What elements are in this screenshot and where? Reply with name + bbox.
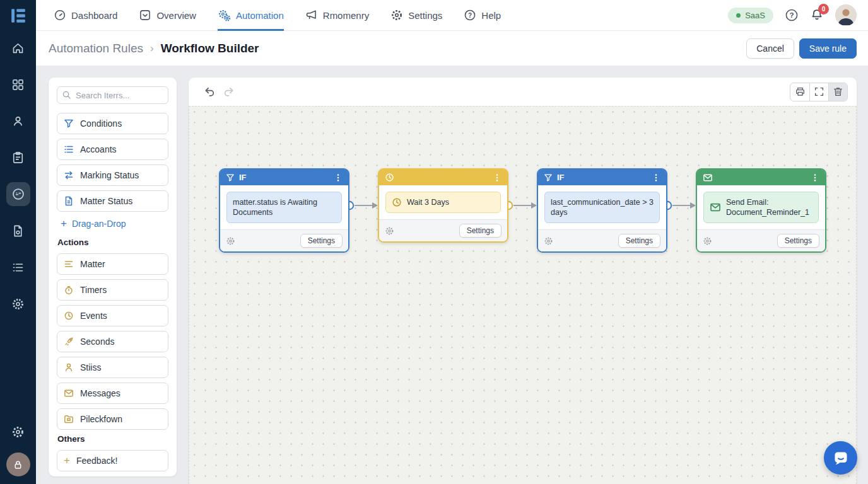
nav-item-settings[interactable]: Settings xyxy=(390,0,442,31)
nav-label-overview: Overview xyxy=(156,10,196,21)
palette-item-events[interactable]: Events xyxy=(57,305,168,326)
chat-launcher-button[interactable] xyxy=(824,441,857,475)
palette-item-conditions[interactable]: Conditions xyxy=(57,113,168,134)
notifications-button[interactable]: 0 xyxy=(810,8,824,22)
workflow-node-condition-1[interactable]: IF matter.status is Awaiting Documents S… xyxy=(219,168,349,253)
palette-item-matter[interactable]: Matter xyxy=(57,253,168,275)
envelope-icon xyxy=(64,388,74,398)
sidebar-item-settings[interactable] xyxy=(6,420,30,444)
palette-item-label: Matter Status xyxy=(80,196,132,206)
palette-item-accoants[interactable]: Accoants xyxy=(57,139,168,160)
connector-layer xyxy=(189,107,857,484)
palette-item-stiiss[interactable]: Stiiss xyxy=(57,357,168,378)
workflow-node-wait[interactable]: Wait 3 Days Settings xyxy=(378,168,508,243)
delete-button[interactable] xyxy=(828,83,847,101)
nav-item-overview[interactable]: Overview xyxy=(139,0,196,31)
automation-gears-icon xyxy=(218,9,231,22)
workflow-node-condition-2[interactable]: IF last_communication_date > 3 days Sett… xyxy=(537,168,667,253)
node-email-config[interactable]: Send Email: Document_Reminder_1 xyxy=(703,192,819,223)
funnel-icon xyxy=(544,173,553,182)
palette-item-label: Messages xyxy=(80,388,120,398)
clock-icon xyxy=(64,311,74,321)
clock-icon xyxy=(385,173,394,182)
notification-count-badge: 0 xyxy=(818,4,829,14)
help-circle-icon: ? xyxy=(785,8,799,22)
node-condition-expression[interactable]: matter.status is Awaiting Documents xyxy=(226,192,342,223)
palette-item-marking-status[interactable]: Marking Status xyxy=(57,164,168,186)
breadcrumb-parent[interactable]: Automation Rules xyxy=(49,42,143,55)
plus-icon: + xyxy=(61,218,67,229)
node-gear-icon[interactable] xyxy=(385,226,394,236)
redo-button[interactable] xyxy=(219,83,238,101)
block-palette: Conditions Accoants Marking Status Matte… xyxy=(49,78,177,476)
automation-icon xyxy=(11,187,25,201)
search-input[interactable] xyxy=(57,86,168,104)
nav-item-dashboard[interactable]: Dashboard xyxy=(54,0,117,31)
cancel-button[interactable]: Cancel xyxy=(746,38,794,59)
palette-item-label: Seconds xyxy=(80,337,114,347)
node-gear-icon[interactable] xyxy=(226,236,235,246)
drag-and-drop-link[interactable]: + Drag-an-Drop xyxy=(61,218,168,229)
envelope-icon xyxy=(710,202,721,213)
user-avatar[interactable] xyxy=(835,4,857,26)
users-icon xyxy=(11,115,25,128)
node-gear-icon[interactable] xyxy=(703,236,712,246)
node-wait-config[interactable]: Wait 3 Days xyxy=(385,192,501,213)
plus-icon: + xyxy=(64,454,70,467)
overview-box-icon xyxy=(139,9,151,21)
rocket-icon xyxy=(64,337,74,347)
palette-item-feedback[interactable]: + Feedback! xyxy=(57,450,168,471)
gear-icon xyxy=(544,236,553,246)
node-gear-icon[interactable] xyxy=(544,236,553,246)
funnel-icon xyxy=(64,118,74,129)
canvas-tool-group xyxy=(790,83,848,101)
canvas-panel: IF matter.status is Awaiting Documents S… xyxy=(189,78,857,484)
sidebar-item-integrations[interactable] xyxy=(6,292,30,316)
canvas-toolbar xyxy=(189,78,857,106)
list-icon xyxy=(64,144,74,154)
node-menu-icon[interactable] xyxy=(334,173,343,182)
sidebar-item-automation[interactable] xyxy=(6,182,30,206)
node-menu-icon[interactable] xyxy=(493,173,501,182)
sidebar-item-home[interactable] xyxy=(6,36,30,60)
node-settings-button[interactable]: Settings xyxy=(777,234,819,248)
lock-button[interactable] xyxy=(6,452,30,476)
node-settings-button[interactable]: Settings xyxy=(459,224,501,238)
undo-button[interactable] xyxy=(200,83,219,101)
saas-badge-label: SaaS xyxy=(745,11,765,20)
nav-item-rmomenry[interactable]: Rmomenry xyxy=(305,0,369,31)
clipboard-icon xyxy=(11,151,25,164)
sidebar-item-documents[interactable] xyxy=(6,219,30,243)
sidebar-item-users[interactable] xyxy=(6,109,30,133)
help-button[interactable]: ? xyxy=(785,8,799,22)
palette-item-timers[interactable]: Timers xyxy=(57,279,168,301)
app-logo[interactable] xyxy=(0,0,36,31)
gear-icon xyxy=(11,425,25,439)
palette-item-pileckfown[interactable]: Pileckfown xyxy=(57,408,168,430)
palette-item-messages[interactable]: Messages xyxy=(57,383,168,404)
nav-label-rmomenry: Rmomenry xyxy=(323,10,369,21)
workflow-node-email[interactable]: Send Email: Document_Reminder_1 Settings xyxy=(696,168,826,253)
lock-icon xyxy=(13,459,23,470)
print-button[interactable] xyxy=(790,83,809,101)
nav-item-automation[interactable]: Automation xyxy=(218,0,284,31)
node-settings-button[interactable]: Settings xyxy=(300,234,343,248)
save-rule-button[interactable]: Save rule xyxy=(799,38,857,59)
sidebar-item-list[interactable] xyxy=(6,255,30,279)
workflow-canvas[interactable]: IF matter.status is Awaiting Documents S… xyxy=(189,106,857,484)
sidebar-item-tasks[interactable] xyxy=(6,146,30,170)
list-icon xyxy=(11,261,25,274)
palette-item-seconds[interactable]: Seconds xyxy=(57,331,168,352)
node-menu-icon[interactable] xyxy=(811,173,819,182)
nav-label-settings: Settings xyxy=(408,10,442,21)
app-sidebar xyxy=(0,0,36,484)
sidebar-item-apps[interactable] xyxy=(6,72,30,96)
node-condition-expression[interactable]: last_communication_date > 3 days xyxy=(544,192,660,223)
fullscreen-button[interactable] xyxy=(809,83,828,101)
nav-item-help[interactable]: ? Help xyxy=(464,0,501,31)
node-settings-button[interactable]: Settings xyxy=(618,234,660,248)
page-header: Automation Rules › Workflow Builder Canc… xyxy=(36,31,868,66)
node-menu-icon[interactable] xyxy=(652,173,660,182)
redo-icon xyxy=(223,86,235,98)
palette-item-matter-status[interactable]: Matter Status xyxy=(57,190,168,212)
